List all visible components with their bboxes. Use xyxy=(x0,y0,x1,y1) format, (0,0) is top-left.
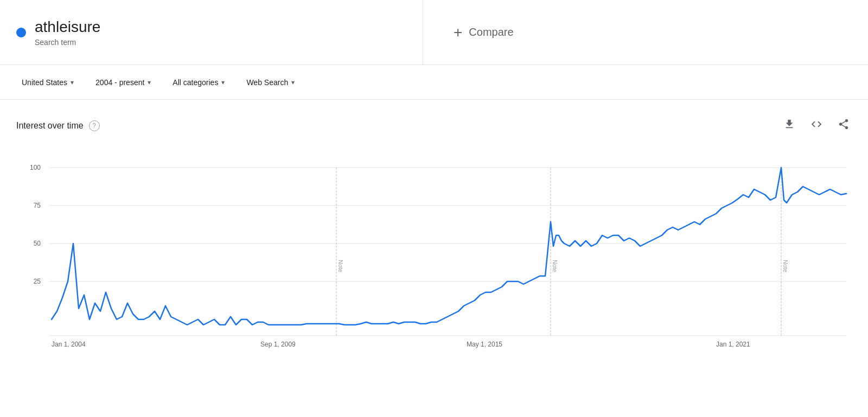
search-term-name: athleisure xyxy=(35,18,100,36)
compare-panel: + Compare xyxy=(423,0,868,65)
share-icon xyxy=(838,118,850,130)
embed-icon xyxy=(810,118,822,130)
download-icon xyxy=(783,118,795,130)
category-filter[interactable]: All categories ▾ xyxy=(167,74,230,91)
svg-text:Note: Note xyxy=(782,260,789,272)
chart-area: 100 75 50 25 Note Note Note Jan 1, 2004 … xyxy=(16,151,852,357)
region-filter[interactable]: United States ▾ xyxy=(16,74,79,91)
svg-text:Jan 1, 2004: Jan 1, 2004 xyxy=(52,341,86,348)
svg-text:100: 100 xyxy=(30,164,41,171)
embed-button[interactable] xyxy=(808,116,825,135)
search-term-indicator xyxy=(16,28,26,37)
category-label: All categories xyxy=(173,78,218,87)
date-label: 2004 - present xyxy=(95,78,144,87)
chart-section: Interest over time ? xyxy=(0,100,868,368)
chart-title-area: Interest over time ? xyxy=(16,120,100,131)
trend-chart: 100 75 50 25 Note Note Note Jan 1, 2004 … xyxy=(16,151,852,357)
share-button[interactable] xyxy=(835,116,852,135)
svg-text:Sep 1, 2009: Sep 1, 2009 xyxy=(260,341,296,348)
search-term-type: Search term xyxy=(35,38,100,47)
chart-header: Interest over time ? xyxy=(16,116,852,135)
chart-actions xyxy=(781,116,852,135)
category-chevron-icon: ▾ xyxy=(221,79,225,86)
help-symbol: ? xyxy=(92,122,96,130)
svg-text:25: 25 xyxy=(34,278,41,285)
search-type-chevron-icon: ▾ xyxy=(291,79,295,86)
search-type-filter[interactable]: Web Search ▾ xyxy=(241,74,300,91)
region-label: United States xyxy=(22,78,67,87)
compare-label: Compare xyxy=(469,26,513,39)
term-info: athleisure Search term xyxy=(35,18,100,47)
date-filter[interactable]: 2004 - present ▾ xyxy=(90,74,156,91)
svg-text:Note: Note xyxy=(552,260,558,272)
search-term-panel: athleisure Search term xyxy=(0,0,423,65)
filters-bar: United States ▾ 2004 - present ▾ All cat… xyxy=(0,65,868,100)
compare-plus-icon: + xyxy=(454,24,462,41)
compare-button[interactable]: + Compare xyxy=(445,20,522,46)
svg-text:Note: Note xyxy=(337,260,344,272)
download-button[interactable] xyxy=(781,116,797,135)
chart-title: Interest over time xyxy=(16,121,84,131)
help-icon[interactable]: ? xyxy=(89,120,100,131)
region-chevron-icon: ▾ xyxy=(71,79,74,86)
svg-text:75: 75 xyxy=(34,202,41,209)
svg-text:50: 50 xyxy=(34,240,41,247)
search-type-label: Web Search xyxy=(246,78,288,87)
date-chevron-icon: ▾ xyxy=(148,79,151,86)
svg-text:Jan 1, 2021: Jan 1, 2021 xyxy=(716,341,750,348)
svg-text:May 1, 2015: May 1, 2015 xyxy=(467,341,502,348)
